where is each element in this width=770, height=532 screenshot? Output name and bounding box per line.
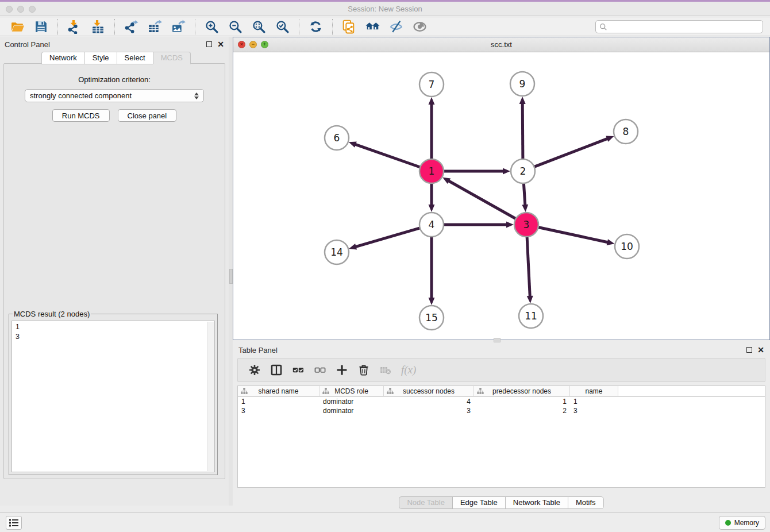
export-table-icon[interactable] [147, 19, 163, 34]
minimize-icon[interactable]: − [249, 41, 257, 48]
graph-edge-1-6[interactable] [355, 144, 420, 167]
control-panel-title: Control Panel [5, 40, 206, 49]
select-all-icon[interactable] [291, 363, 305, 377]
tab-edge-table[interactable]: Edge Table [452, 496, 505, 509]
mcds-result-group: MCDS result (2 nodes) 13 [9, 310, 218, 475]
mcds-result-item[interactable]: 1 [16, 322, 211, 332]
zoom-in-icon[interactable] [204, 19, 220, 34]
table-cell[interactable]: dominator [319, 406, 384, 415]
table-cell[interactable]: 3 [570, 406, 618, 415]
toolbar-separator [195, 19, 195, 35]
table-body: 1dominator4113dominator323 [238, 397, 765, 415]
graph-edge-3-10[interactable] [538, 228, 609, 243]
table-cell[interactable]: 1 [474, 397, 570, 406]
network-window-title: scc.txt [491, 40, 512, 49]
gear-icon[interactable] [248, 363, 261, 377]
memory-status-icon [725, 520, 731, 526]
graph-edge-4-14[interactable] [355, 228, 420, 247]
mcds-result-list[interactable]: 13 [11, 321, 215, 472]
graph-node-label: 4 [429, 219, 435, 230]
task-history-button[interactable] [6, 516, 22, 530]
horizontal-splitter-grip[interactable] [494, 338, 500, 342]
splitter-grip[interactable] [229, 269, 233, 284]
table-cell[interactable]: 3 [238, 406, 319, 415]
table-row[interactable]: 1dominator411 [238, 397, 765, 406]
vertical-splitter[interactable] [229, 37, 233, 506]
graph-node-label: 3 [523, 219, 530, 230]
run-mcds-button[interactable]: Run MCDS [52, 109, 110, 122]
toolbar-separator [114, 19, 115, 35]
tab-network-table[interactable]: Network Table [505, 496, 568, 509]
clone-network-icon[interactable] [341, 19, 357, 34]
node-table: shared nameMCDS rolesuccessor nodesprede… [237, 385, 765, 488]
delete-table-icon[interactable] [379, 363, 392, 377]
close-panel-button[interactable]: Close panel [118, 109, 177, 122]
optimization-criterion-select[interactable]: strongly connected component [25, 89, 204, 102]
graph-node-label: 15 [425, 312, 438, 323]
table-cell[interactable]: 4 [384, 397, 474, 406]
add-icon[interactable] [335, 363, 349, 377]
function-builder-icon[interactable]: f(x) [401, 364, 416, 376]
export-network-icon[interactable] [124, 19, 139, 34]
float-panel-icon[interactable] [746, 347, 752, 353]
graph-edge-3-1[interactable] [448, 180, 516, 219]
tab-motifs[interactable]: Motifs [568, 496, 604, 509]
mcds-result-title: MCDS result (2 nodes) [13, 310, 91, 318]
save-session-icon[interactable] [33, 19, 49, 34]
graph-edge-3-11[interactable] [527, 237, 530, 297]
column-header-MCDS-role[interactable]: MCDS role [319, 386, 384, 396]
table-cell[interactable]: 1 [570, 397, 618, 406]
graph-edge-2-8[interactable] [534, 138, 609, 167]
graph-edge-2-9[interactable] [522, 103, 523, 159]
zoom-icon[interactable]: + [261, 41, 268, 48]
import-table-icon[interactable] [90, 19, 106, 34]
graph-node-label: 8 [623, 126, 629, 137]
network-canvas[interactable]: 7968124314101511 [233, 52, 769, 340]
search-input[interactable] [607, 23, 759, 31]
float-panel-icon[interactable] [206, 41, 212, 47]
import-network-icon[interactable] [67, 19, 82, 34]
tab-network[interactable]: Network [41, 52, 84, 64]
memory-button[interactable]: Memory [719, 516, 765, 530]
refresh-icon[interactable] [308, 19, 324, 34]
table-tab-strip: Node TableEdge TableNetwork TableMotifs [233, 496, 770, 509]
close-icon[interactable]: × [238, 41, 245, 48]
table-cell[interactable]: dominator [319, 397, 384, 406]
tab-mcds[interactable]: MCDS [153, 52, 191, 64]
column-header-name[interactable]: name [570, 386, 618, 396]
zoom-fit-icon[interactable] [251, 19, 267, 34]
tab-node-table[interactable]: Node Table [399, 496, 452, 509]
close-panel-icon[interactable]: ✕ [757, 347, 764, 353]
deselect-all-icon[interactable] [313, 363, 327, 377]
search-field[interactable] [595, 20, 763, 33]
table-cell[interactable]: 2 [474, 406, 570, 415]
network-window-titlebar[interactable]: × − + scc.txt [233, 37, 769, 52]
mcds-result-item[interactable]: 3 [16, 332, 211, 342]
graph-edge-2-3[interactable] [523, 183, 525, 206]
export-image-icon[interactable] [171, 19, 186, 34]
scrollbar-track[interactable] [207, 322, 214, 471]
table-cell[interactable]: 1 [238, 397, 319, 406]
first-neighbors-icon[interactable] [365, 19, 380, 34]
table-row[interactable]: 3dominator323 [238, 406, 765, 415]
zoom-out-icon[interactable] [228, 19, 243, 34]
graph-arrowhead [429, 205, 435, 212]
dropdown-stepper-icon [194, 92, 199, 99]
column-header-successor-nodes[interactable]: successor nodes [384, 386, 474, 396]
graph-arrowhead [522, 205, 528, 212]
show-all-icon[interactable] [412, 19, 428, 34]
close-panel-icon[interactable]: ✕ [217, 41, 224, 47]
graph-node-label: 1 [429, 165, 435, 177]
open-session-icon[interactable] [10, 19, 25, 34]
columns-icon[interactable] [270, 363, 283, 377]
table-cell[interactable]: 3 [384, 406, 474, 415]
column-header-shared-name[interactable]: shared name [238, 386, 319, 396]
trash-icon[interactable] [357, 363, 371, 377]
tab-style[interactable]: Style [84, 52, 117, 64]
graph-node-label: 7 [429, 79, 435, 90]
zoom-selected-icon[interactable] [275, 19, 290, 34]
column-header-predecessor-nodes[interactable]: predecessor nodes [474, 386, 570, 396]
hide-selected-icon[interactable] [388, 19, 404, 34]
graph-arrowhead [429, 298, 435, 305]
tab-select[interactable]: Select [117, 52, 153, 64]
